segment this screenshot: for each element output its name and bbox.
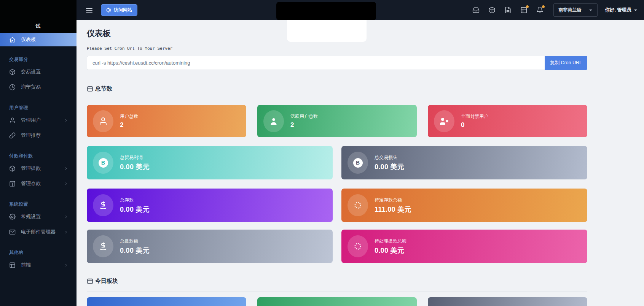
main-content: 仪表板 Please Set Cron Url To Your Server 复… — [77, 20, 644, 306]
cron-url-input[interactable] — [87, 56, 545, 70]
sidebar-item-email-manager[interactable]: 电子邮件管理器 — [0, 224, 77, 239]
sidebar-section-other: 其他的 前端 — [0, 249, 77, 273]
link-icon — [9, 132, 16, 139]
bitcoin-icon: B — [353, 158, 363, 168]
user-x-icon — [440, 117, 449, 126]
visit-site-label: 访问网站 — [114, 7, 132, 13]
stat-card-active-users: 活跃用户总数 2 — [257, 105, 417, 137]
calendar-icon — [87, 86, 93, 92]
sidebar-item-dashboard[interactable]: 仪表板 — [0, 33, 77, 46]
card-total-withdrawals: 总提款额 0.00 美元 — [87, 230, 333, 263]
greeting-label: 你好, 管理员 — [605, 7, 631, 13]
sidebar-item-manage-referral[interactable]: 管理推荐 — [0, 128, 77, 143]
card-value: 0.00 美元 — [375, 246, 406, 255]
sidebar-item-label: 前端 — [21, 262, 59, 268]
chevron-right-icon — [64, 166, 68, 171]
notification-dot — [526, 5, 529, 8]
globe-icon — [106, 8, 111, 13]
card-label: 待处理提款总额 — [375, 238, 406, 244]
copy-cron-url-button[interactable]: 复制 Cron URL — [545, 56, 587, 70]
sidebar-item-label: 管理用户 — [21, 117, 59, 124]
card-pending-deposit: 待定存款总额 111.00 美元 — [341, 189, 587, 222]
chevron-right-icon — [64, 215, 68, 219]
table-icon[interactable] — [520, 6, 528, 14]
sidebar-section-label: 其他的 — [0, 249, 77, 256]
sidebar-section-payments: 付款和付款 管理提款 管理存款 — [0, 153, 77, 191]
today-card — [257, 297, 417, 306]
chevron-right-icon — [64, 182, 68, 186]
today-card-grid — [87, 297, 587, 306]
wide-card-row-2: 总存款 0.00 美元 待定存款总额 111.00 美元 — [87, 189, 587, 222]
card-label: 总提款额 — [120, 238, 150, 244]
card-value: 0.00 美元 — [120, 162, 150, 171]
calendar-icon — [87, 278, 93, 284]
card-label: 总贸易利润 — [120, 154, 150, 161]
sidebar-item-label: 仪表板 — [21, 36, 36, 43]
sidebar-item-manage-users[interactable]: 管理用户 — [0, 113, 77, 128]
language-selector[interactable]: 南非荷兰语 — [553, 3, 598, 17]
blank-panel — [287, 20, 367, 42]
inbox-icon[interactable] — [472, 6, 480, 14]
app-window: 试 仪表板 交易部分 交易设置 润宁贸易 用户管理 管理用户 — [0, 0, 644, 306]
bell-icon[interactable] — [536, 6, 544, 14]
stat-label: 用户总数 — [120, 113, 138, 120]
table-icon — [9, 181, 16, 187]
sidebar-item-general-settings[interactable]: 常规设置 — [0, 209, 77, 224]
user-icon — [9, 117, 16, 124]
card-pending-withdrawals: 待处理提款总额 0.00 美元 — [341, 230, 587, 263]
cube-icon[interactable] — [488, 6, 496, 14]
stat-card-banned-users: 全面封禁用户 0 — [428, 105, 587, 137]
sidebar-item-trade-settings[interactable]: 交易设置 — [0, 64, 77, 79]
spinner-icon — [353, 242, 362, 251]
chevron-right-icon — [64, 263, 68, 267]
layout-icon — [9, 262, 16, 268]
wide-card-row-1: B 总贸易利润 0.00 美元 B 总交易损失 0.00 美元 — [87, 146, 587, 179]
logo-area[interactable]: 试 — [0, 0, 77, 33]
sidebar: 试 仪表板 交易部分 交易设置 润宁贸易 用户管理 管理用户 — [0, 0, 77, 306]
stat-value: 0 — [461, 121, 488, 129]
sidebar-section-users: 用户管理 管理用户 管理推荐 — [0, 105, 77, 143]
sidebar-item-manage-deposits[interactable]: 管理存款 — [0, 176, 77, 191]
notification-dot — [542, 5, 545, 8]
card-total-trade-loss: B 总交易损失 0.00 美元 — [341, 146, 587, 179]
hand-dollar-icon — [99, 201, 108, 210]
card-total-deposit: 总存款 0.00 美元 — [87, 189, 333, 222]
chevron-right-icon — [64, 118, 68, 122]
sidebar-section-label: 交易部分 — [0, 56, 77, 63]
bitcoin-icon: B — [99, 158, 108, 168]
sidebar-item-label: 交易设置 — [21, 68, 68, 75]
logo-text: 试 — [36, 23, 41, 30]
clock-icon — [9, 84, 16, 90]
section-today-header: 今日板块 — [87, 277, 587, 285]
sidebar-section-label: 用户管理 — [0, 105, 77, 111]
sidebar-item-label: 管理提款 — [21, 165, 59, 172]
stat-card-grid: 用户总数 2 活跃用户总数 2 全面封禁用户 0 — [87, 105, 587, 137]
sidebar-item-manage-withdrawals[interactable]: 管理提款 — [0, 161, 77, 176]
sidebar-section-trade: 交易部分 交易设置 润宁贸易 — [0, 56, 77, 95]
cube-icon — [9, 69, 16, 75]
card-value: 0.00 美元 — [120, 246, 150, 255]
sidebar-item-runing-trade[interactable]: 润宁贸易 — [0, 79, 77, 95]
stat-card-total-users: 用户总数 2 — [87, 105, 246, 137]
card-value: 0.00 美元 — [375, 162, 404, 171]
sidebar-item-frontend[interactable]: 前端 — [0, 257, 77, 273]
spinner-icon — [353, 201, 362, 210]
user-menu[interactable]: 你好, 管理员 — [605, 7, 637, 13]
home-icon — [9, 36, 16, 43]
section-title: 今日板块 — [95, 277, 118, 285]
stat-label: 全面封禁用户 — [461, 113, 488, 120]
hand-dollar-icon — [99, 242, 108, 251]
card-value: 111.00 美元 — [375, 205, 411, 214]
file-icon[interactable] — [504, 6, 512, 14]
visit-site-button[interactable]: 访问网站 — [101, 4, 137, 16]
mail-icon — [9, 229, 16, 235]
today-card — [428, 297, 587, 306]
cron-url-row: 复制 Cron URL — [87, 56, 587, 70]
today-card — [87, 297, 246, 306]
menu-toggle-icon[interactable] — [86, 8, 92, 13]
divider — [87, 99, 587, 99]
sidebar-section-label: 付款和付款 — [0, 153, 77, 159]
sidebar-item-label: 管理推荐 — [21, 132, 68, 139]
stat-value: 2 — [120, 121, 138, 129]
card-value: 0.00 美元 — [120, 205, 150, 214]
